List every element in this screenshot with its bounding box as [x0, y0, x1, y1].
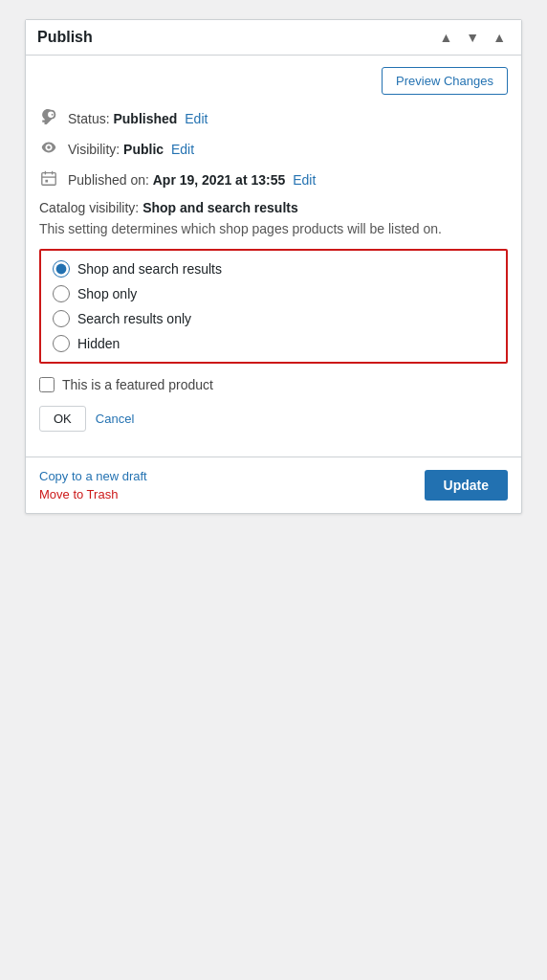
- radio-label-search-only[interactable]: Search results only: [77, 311, 191, 326]
- panel-body: Preview Changes Status: Published Edit: [26, 56, 521, 457]
- featured-label[interactable]: This is a featured product: [62, 377, 213, 392]
- move-trash-link[interactable]: Move to Trash: [39, 487, 147, 501]
- visibility-text: Visibility: Public Edit: [68, 142, 194, 157]
- footer-links: Copy to a new draft Move to Trash: [39, 469, 147, 501]
- radio-label-hidden[interactable]: Hidden: [77, 336, 120, 351]
- radio-shop-search[interactable]: [53, 260, 70, 278]
- visibility-edit-link[interactable]: Edit: [171, 142, 194, 157]
- visibility-row: Visibility: Public Edit: [39, 139, 508, 160]
- header-actions: ▲ ▼ ▲: [435, 28, 510, 47]
- published-text: Published on: Apr 19, 2021 at 13:55 Edit: [68, 172, 316, 188]
- catalog-description: This setting determines which shop pages…: [39, 219, 508, 239]
- radio-option-search-only: Search results only: [53, 310, 494, 327]
- catalog-section: Catalog visibility: Shop and search resu…: [39, 200, 508, 239]
- move-up-button[interactable]: ▲: [435, 28, 456, 47]
- copy-draft-link[interactable]: Copy to a new draft: [39, 469, 147, 483]
- down-arrow-icon: ▼: [466, 30, 479, 45]
- radio-hidden[interactable]: [53, 335, 70, 352]
- publish-panel: Publish ▲ ▼ ▲ Preview Changes: [25, 19, 522, 514]
- key-icon: [39, 108, 58, 129]
- radio-search-only[interactable]: [53, 310, 70, 327]
- preview-btn-row: Preview Changes: [39, 67, 508, 95]
- collapse-button[interactable]: ▲: [489, 28, 510, 47]
- collapse-arrow-icon: ▲: [492, 30, 506, 45]
- radio-label-shop-only[interactable]: Shop only: [77, 286, 137, 301]
- ok-cancel-row: OK Cancel: [39, 406, 508, 432]
- catalog-label: Catalog visibility: Shop and search resu…: [39, 200, 508, 215]
- published-edit-link[interactable]: Edit: [293, 172, 316, 188]
- radio-label-shop-search[interactable]: Shop and search results: [77, 261, 222, 277]
- radio-option-shop-search: Shop and search results: [53, 260, 494, 278]
- status-row: Status: Published Edit: [39, 108, 508, 129]
- radio-option-hidden: Hidden: [53, 335, 494, 352]
- calendar-icon: [39, 169, 58, 190]
- catalog-radio-group: Shop and search results Shop only Search…: [39, 249, 508, 364]
- svg-rect-4: [45, 180, 48, 183]
- up-arrow-icon: ▲: [439, 30, 452, 45]
- published-row: Published on: Apr 19, 2021 at 13:55 Edit: [39, 169, 508, 190]
- svg-rect-0: [42, 173, 55, 186]
- status-text: Status: Published Edit: [68, 111, 208, 126]
- radio-shop-only[interactable]: [53, 285, 70, 302]
- cancel-link[interactable]: Cancel: [96, 412, 134, 426]
- move-down-button[interactable]: ▼: [462, 28, 483, 47]
- update-button[interactable]: Update: [425, 470, 508, 501]
- ok-button[interactable]: OK: [39, 406, 86, 432]
- radio-option-shop-only: Shop only: [53, 285, 494, 302]
- status-edit-link[interactable]: Edit: [185, 111, 208, 126]
- preview-changes-button[interactable]: Preview Changes: [382, 67, 508, 95]
- panel-footer: Copy to a new draft Move to Trash Update: [26, 457, 521, 513]
- panel-header: Publish ▲ ▼ ▲: [26, 20, 521, 56]
- eye-icon: [39, 139, 58, 160]
- featured-row: This is a featured product: [39, 377, 508, 392]
- panel-title: Publish: [37, 29, 93, 46]
- featured-checkbox[interactable]: [39, 377, 55, 392]
